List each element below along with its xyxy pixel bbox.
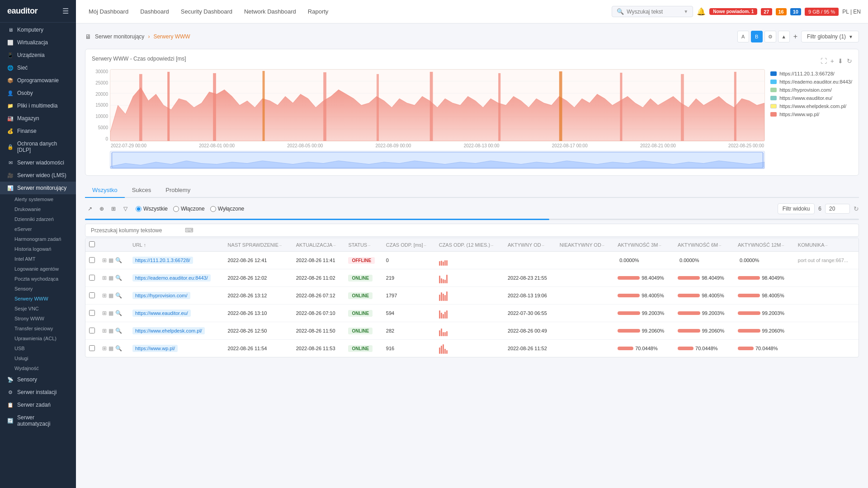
col-active-since[interactable]: AKTYWNY OD– bbox=[504, 238, 556, 252]
row-table-icon-3[interactable]: ▦ bbox=[108, 310, 113, 316]
row-search-icon-5[interactable]: 🔍 bbox=[115, 345, 122, 352]
sub-eserver[interactable]: eServer bbox=[0, 224, 76, 234]
sidebar-item-sensory[interactable]: 📡Sensory bbox=[0, 373, 76, 386]
notification-icon[interactable]: 🔔 bbox=[697, 7, 706, 16]
sidebar-item-osoby[interactable]: 👤Osoby bbox=[0, 87, 76, 99]
sub-sensory[interactable]: Sensory bbox=[0, 284, 76, 294]
row-search-icon-0[interactable]: 🔍 bbox=[115, 257, 122, 263]
filter-icon-grid[interactable]: ⊞ bbox=[108, 204, 118, 214]
table-search-input[interactable] bbox=[91, 227, 181, 234]
sub-uprawnienia[interactable]: Uprawnienia (ACL) bbox=[0, 333, 76, 343]
language-switch[interactable]: PL | EN bbox=[842, 9, 861, 15]
row-url-3[interactable]: https://www.eauditor.eu/ bbox=[129, 305, 224, 322]
tab-sukces[interactable]: Sukces bbox=[125, 183, 159, 198]
nav-moj-dashboard[interactable]: Mój Dashboard bbox=[83, 5, 134, 18]
page-size-select[interactable]: 20 50 100 bbox=[825, 204, 850, 214]
row-checkbox-3[interactable] bbox=[85, 305, 99, 322]
row-checkbox-5[interactable] bbox=[85, 340, 99, 357]
nav-dashboard[interactable]: Dashboard bbox=[135, 5, 175, 18]
table-search-icon[interactable]: ⌨ bbox=[185, 227, 193, 234]
sub-serwery-www[interactable]: Serwery WWW bbox=[0, 294, 76, 304]
nav-raporty[interactable]: Raporty bbox=[302, 5, 334, 18]
sidebar-item-magazyn[interactable]: 🏭Magazyn bbox=[0, 112, 76, 125]
col-status[interactable]: STATUS– bbox=[344, 238, 382, 252]
sub-historia[interactable]: Historia logowań bbox=[0, 244, 76, 254]
filter-icon-arrow[interactable]: ↗ bbox=[85, 204, 95, 214]
row-checkbox-4[interactable] bbox=[85, 322, 99, 340]
badge-red[interactable]: 27 bbox=[761, 8, 772, 15]
sub-sesje-vnc[interactable]: Sesje VNC bbox=[0, 304, 76, 314]
sidebar-item-urzadzenia[interactable]: 📱Urządzenia bbox=[0, 49, 76, 61]
sub-alerty[interactable]: Alerty systemowe bbox=[0, 194, 76, 204]
row-table-icon-4[interactable]: ▦ bbox=[108, 328, 113, 334]
search-input[interactable] bbox=[627, 9, 681, 15]
row-checkbox-0[interactable] bbox=[85, 252, 99, 269]
row-table-icon-5[interactable]: ▦ bbox=[108, 345, 113, 352]
col-response-ms[interactable]: CZAS ODP. [ms]– bbox=[382, 238, 435, 252]
sidebar-item-finanse[interactable]: 💰Finanse bbox=[0, 125, 76, 137]
radio-wlaczone[interactable]: Włączone bbox=[173, 206, 205, 212]
row-search-icon-1[interactable]: 🔍 bbox=[115, 275, 122, 281]
chart-download-icon[interactable]: ⬇ bbox=[838, 57, 843, 65]
hamburger-icon[interactable]: ☰ bbox=[62, 7, 69, 15]
sidebar-item-serwer-inst[interactable]: ⚙Serwer instalacji bbox=[0, 386, 76, 399]
add-icon[interactable]: + bbox=[793, 33, 797, 41]
row-grid-icon-2[interactable]: ⊞ bbox=[102, 292, 107, 299]
col-url[interactable]: URL ↑ bbox=[129, 238, 224, 252]
row-url-2[interactable]: https://hyprovision.com/ bbox=[129, 287, 224, 305]
sub-uslugi[interactable]: Usługi bbox=[0, 353, 76, 363]
row-url-4[interactable]: https://www.ehelpdesk.com.pl/ bbox=[129, 322, 224, 340]
breadcrumb-root[interactable]: Serwer monitorujący bbox=[95, 33, 144, 40]
row-grid-icon-5[interactable]: ⊞ bbox=[102, 345, 107, 352]
notification-badge[interactable]: Nowe powiadom. 1 bbox=[709, 8, 757, 15]
row-table-icon-0[interactable]: ▦ bbox=[108, 257, 113, 263]
row-grid-icon-3[interactable]: ⊞ bbox=[102, 310, 107, 316]
row-search-icon-4[interactable]: 🔍 bbox=[115, 328, 122, 334]
chart-add-icon[interactable]: + bbox=[830, 57, 834, 65]
sidebar-item-komputery[interactable]: 🖥Komputery bbox=[0, 23, 76, 36]
sidebar-item-dlp[interactable]: 🔒Ochrona danych [DLP] bbox=[0, 137, 76, 156]
sidebar-item-serwer-wiad[interactable]: ✉Serwer wiadomości bbox=[0, 156, 76, 169]
sub-harmonogram[interactable]: Harmonogram zadań bbox=[0, 234, 76, 244]
col-next-check[interactable]: NAST SPRAWDZENIE– bbox=[224, 238, 292, 252]
sidebar-item-serwer-mon[interactable]: 📊Serwer monitorujący bbox=[0, 182, 76, 194]
chart-refresh-icon[interactable]: ↻ bbox=[847, 57, 852, 65]
sub-logowanie[interactable]: Logowanie agentów bbox=[0, 264, 76, 274]
view-filter-button[interactable]: Filtr widoku bbox=[778, 203, 815, 214]
filter-icon-circle[interactable]: ⊕ bbox=[97, 204, 107, 214]
sub-intel[interactable]: Intel AMT bbox=[0, 254, 76, 264]
row-url-0[interactable]: https://111.20.1.3:66728/ bbox=[129, 252, 224, 269]
col-komunika[interactable]: KOMUNIKA– bbox=[794, 238, 859, 252]
refresh-icon[interactable]: ↻ bbox=[854, 205, 859, 212]
row-checkbox-2[interactable] bbox=[85, 287, 99, 305]
row-grid-icon-1[interactable]: ⊞ bbox=[102, 275, 107, 281]
sidebar-item-serwer-auto[interactable]: 🔄Serwer automatyzacji bbox=[0, 411, 76, 430]
sub-poczta[interactable]: Poczta wychodząca bbox=[0, 274, 76, 284]
nav-network[interactable]: Network Dashboard bbox=[239, 5, 302, 18]
sidebar-item-siec[interactable]: 🌐Sieć bbox=[0, 61, 76, 74]
row-checkbox-1[interactable] bbox=[85, 269, 99, 287]
col-response-12m[interactable]: CZAS ODP. (12 MIES.)– bbox=[435, 238, 504, 252]
chart-expand-icon[interactable]: ⛶ bbox=[821, 57, 827, 65]
row-search-icon-2[interactable]: 🔍 bbox=[115, 292, 122, 299]
chart-mini-range[interactable] bbox=[110, 151, 765, 169]
radio-wylaczone[interactable]: Wyłączone bbox=[210, 206, 245, 212]
col-act6m[interactable]: AKTYWNOŚĆ 6M– bbox=[674, 238, 734, 252]
nav-security[interactable]: Security Dashboard bbox=[175, 5, 238, 18]
row-url-1[interactable]: https://eademo.eauditor.eu:8443/ bbox=[129, 269, 224, 287]
sub-transfer[interactable]: Transfer sieciowy bbox=[0, 324, 76, 333]
col-act12m[interactable]: AKTYWNOŚĆ 12M– bbox=[734, 238, 794, 252]
sub-usb[interactable]: USB bbox=[0, 343, 76, 353]
view-mode-b[interactable]: B bbox=[751, 31, 763, 42]
sidebar-item-oprogramowanie[interactable]: 📦Oprogramowanie bbox=[0, 74, 76, 87]
col-update[interactable]: AKTUALIZACJA– bbox=[292, 238, 345, 252]
row-grid-icon-4[interactable]: ⊞ bbox=[102, 328, 107, 334]
sub-drukowanie[interactable]: Drukowanie bbox=[0, 204, 76, 214]
row-grid-icon-0[interactable]: ⊞ bbox=[102, 257, 107, 263]
sub-strony-www[interactable]: Strony WWW bbox=[0, 314, 76, 324]
select-all-checkbox[interactable] bbox=[89, 241, 95, 247]
badge-orange[interactable]: 16 bbox=[776, 8, 787, 15]
radio-wszystkie[interactable]: Wszystkie bbox=[136, 206, 168, 212]
row-url-5[interactable]: https://www.wp.pl/ bbox=[129, 340, 224, 357]
row-search-icon-3[interactable]: 🔍 bbox=[115, 310, 122, 316]
